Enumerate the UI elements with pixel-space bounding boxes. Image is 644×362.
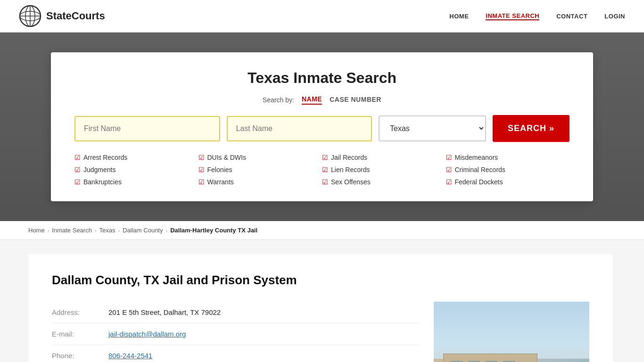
first-name-input[interactable] bbox=[74, 116, 220, 141]
check-icon: ☑ bbox=[446, 178, 452, 186]
feature-label: Bankruptcies bbox=[83, 178, 122, 186]
feature-label: Arrest Records bbox=[83, 154, 127, 161]
main-content: Dallam County, TX Jail and Prison System… bbox=[0, 240, 644, 362]
nav-home[interactable]: HOME bbox=[449, 13, 469, 20]
feature-label: Warrants bbox=[207, 178, 234, 186]
features-grid: ☑ Arrest Records ☑ DUIs & DWIs ☑ Jail Re… bbox=[74, 152, 570, 187]
nav-inmate-search[interactable]: INMATE SEARCH bbox=[486, 12, 539, 20]
breadcrumb-sep-1: › bbox=[48, 228, 50, 233]
check-icon: ☑ bbox=[74, 154, 81, 161]
breadcrumb-texas[interactable]: Texas bbox=[99, 227, 116, 234]
breadcrumb-home[interactable]: Home bbox=[28, 227, 45, 234]
feature-label: Misdemeanors bbox=[455, 154, 498, 161]
feature-felonies: ☑ Felonies bbox=[198, 165, 322, 175]
content-right bbox=[434, 302, 589, 362]
search-button[interactable]: SEARCH » bbox=[493, 115, 570, 142]
feature-label: Federal Dockets bbox=[455, 178, 503, 186]
feature-lien-records: ☑ Lien Records bbox=[322, 165, 446, 175]
hero-section: COURTHOUSE Texas Inmate Search Search by… bbox=[0, 33, 644, 221]
logo-icon bbox=[19, 5, 41, 27]
check-icon: ☑ bbox=[74, 178, 81, 186]
logo-area: StateCourts bbox=[19, 5, 105, 27]
breadcrumb-sep-4: › bbox=[165, 228, 167, 233]
breadcrumb-sep-2: › bbox=[95, 228, 97, 233]
header: StateCourts HOME INMATE SEARCH CONTACT L… bbox=[0, 0, 644, 33]
feature-bankruptcies: ☑ Bankruptcies bbox=[74, 177, 198, 187]
breadcrumb-sep-3: › bbox=[118, 228, 120, 233]
feature-judgments: ☑ Judgments bbox=[74, 165, 198, 175]
image-overlay bbox=[434, 343, 589, 362]
feature-misdemeanors: ☑ Misdemeanors bbox=[446, 152, 570, 163]
content-body: Address: 201 E 5th Street, Dalhart, TX 7… bbox=[52, 302, 589, 362]
check-icon: ☑ bbox=[74, 166, 81, 173]
address-label: Address: bbox=[52, 308, 108, 316]
feature-label: Lien Records bbox=[331, 166, 370, 173]
nav-links: HOME INMATE SEARCH CONTACT LOGIN bbox=[449, 12, 625, 20]
email-label: E-mail: bbox=[52, 330, 108, 338]
tab-name[interactable]: NAME bbox=[302, 95, 322, 105]
feature-duis: ☑ DUIs & DWIs bbox=[198, 152, 322, 163]
check-icon: ☑ bbox=[322, 166, 328, 173]
content-left: Address: 201 E 5th Street, Dalhart, TX 7… bbox=[52, 302, 420, 362]
breadcrumb-current: Dallam-Hartley County TX Jail bbox=[170, 227, 257, 234]
check-icon: ☑ bbox=[446, 166, 452, 173]
state-select[interactable]: Texas bbox=[379, 115, 486, 141]
check-icon: ☑ bbox=[198, 166, 205, 173]
feature-jail-records: ☑ Jail Records bbox=[322, 152, 446, 163]
search-fields-row: Texas SEARCH » bbox=[74, 115, 570, 142]
address-row: Address: 201 E 5th Street, Dalhart, TX 7… bbox=[52, 302, 420, 323]
tab-case-number[interactable]: CASE NUMBER bbox=[330, 96, 381, 104]
nav-login[interactable]: LOGIN bbox=[604, 13, 625, 20]
content-card: Dallam County, TX Jail and Prison System… bbox=[28, 254, 613, 362]
address-value: 201 E 5th Street, Dalhart, TX 79022 bbox=[108, 308, 221, 316]
breadcrumb-inmate-search[interactable]: Inmate Search bbox=[52, 227, 92, 234]
feature-criminal-records: ☑ Criminal Records bbox=[446, 165, 570, 175]
search-by-row: Search by: NAME CASE NUMBER bbox=[74, 95, 570, 105]
feature-sex-offenses: ☑ Sex Offenses bbox=[322, 177, 446, 187]
search-by-label: Search by: bbox=[263, 96, 294, 104]
phone-label: Phone: bbox=[52, 352, 108, 360]
feature-label: Felonies bbox=[207, 166, 232, 173]
breadcrumb-dallam-county[interactable]: Dallam County bbox=[123, 227, 163, 234]
email-value[interactable]: jail-dispatch@dallam.org bbox=[108, 330, 186, 338]
nav-contact[interactable]: CONTACT bbox=[556, 13, 587, 20]
content-title: Dallam County, TX Jail and Prison System bbox=[52, 273, 589, 288]
check-icon: ☑ bbox=[198, 154, 205, 161]
feature-federal-dockets: ☑ Federal Dockets bbox=[446, 177, 570, 187]
email-row: E-mail: jail-dispatch@dallam.org bbox=[52, 323, 420, 345]
check-icon: ☑ bbox=[322, 178, 328, 186]
phone-value[interactable]: 806-244-2541 bbox=[108, 352, 152, 360]
feature-label: Sex Offenses bbox=[331, 178, 371, 186]
check-icon: ☑ bbox=[446, 154, 452, 161]
search-card-title: Texas Inmate Search bbox=[74, 69, 570, 87]
feature-label: DUIs & DWIs bbox=[207, 154, 246, 161]
phone-row: Phone: 806-244-2541 bbox=[52, 345, 420, 362]
feature-label: Criminal Records bbox=[455, 166, 505, 173]
feature-label: Jail Records bbox=[331, 154, 367, 161]
logo-text: StateCourts bbox=[46, 10, 105, 22]
feature-label: Judgments bbox=[83, 166, 116, 173]
last-name-input[interactable] bbox=[227, 116, 372, 141]
search-card: Texas Inmate Search Search by: NAME CASE… bbox=[51, 52, 593, 201]
jail-image bbox=[434, 302, 589, 362]
breadcrumb: Home › Inmate Search › Texas › Dallam Co… bbox=[0, 221, 644, 240]
check-icon: ☑ bbox=[322, 154, 328, 161]
feature-arrest-records: ☑ Arrest Records bbox=[74, 152, 198, 163]
check-icon: ☑ bbox=[198, 178, 205, 186]
feature-warrants: ☑ Warrants bbox=[198, 177, 322, 187]
